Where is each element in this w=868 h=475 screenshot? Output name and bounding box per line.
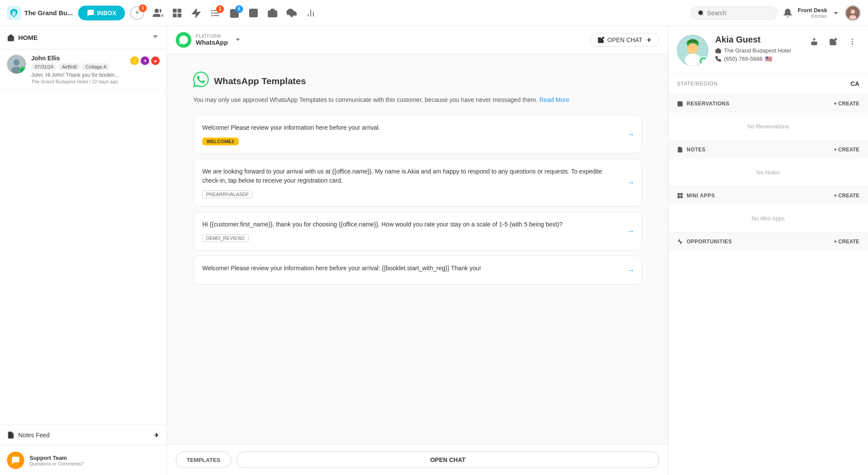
table-nav-icon[interactable] [248,8,259,18]
opportunities-create-button[interactable]: + CREATE [834,239,859,245]
tasks-nav-icon[interactable]: 1 [210,8,220,18]
template-card[interactable]: We are looking forward to your arrival w… [193,159,642,206]
sidebar: HOME [0,26,167,475]
app-logo: The Grand Bu... [7,6,73,20]
notes-feed[interactable]: Notes Feed [0,425,167,445]
template-card[interactable]: Hi {{customer.first_name}}, thank you fo… [193,212,642,250]
templates-header: WhatsApp Templates [193,72,642,90]
chat-body: WhatsApp Templates You may only use appr… [167,54,668,444]
search-box[interactable] [691,7,778,20]
notes-feed-label: Notes Feed [7,431,49,439]
user-role: Kitchen [811,13,827,19]
opportunities-icon [677,239,683,245]
bolt-nav-icon[interactable] [191,8,201,18]
contact-tag-date: 07/31/24 [31,63,57,70]
svg-point-1 [155,9,158,13]
reservations-section: RESERVATIONS + CREATE No Reservations [668,95,868,141]
more-options-button[interactable] [845,35,859,49]
svg-point-26 [849,15,856,20]
alert-action[interactable]: ● [151,56,160,65]
reservations-create-button[interactable]: + CREATE [834,101,859,107]
open-chat-button[interactable]: OPEN CHAT [590,33,659,47]
svg-rect-2 [173,9,176,12]
briefcase-nav-icon[interactable] [267,8,278,18]
svg-point-22 [698,10,703,15]
team-nav-icon[interactable] [153,8,163,18]
collapse-button[interactable] [151,32,160,43]
arrow-right-icon [645,36,652,43]
contact-tag-platform: AirBnB [59,63,80,70]
avatar[interactable] [845,5,861,21]
calendar-nav-icon[interactable]: 6 [229,8,240,18]
template-card[interactable]: Welcome! Please review your information … [193,256,642,285]
platform-dropdown[interactable] [234,36,242,45]
notes-feed-arrow [152,431,160,439]
user-name: Front Desk [798,7,827,13]
template-text: We are looking forward to your arrival w… [202,167,633,185]
notes-create-button[interactable]: + CREATE [834,147,859,153]
bell-icon[interactable] [783,8,792,18]
template-arrow-icon: → [627,178,635,187]
sidebar-home-title: HOME [7,34,38,42]
template-text: Hi {{customer.first_name}}, thank you fo… [202,220,633,229]
contact-tag-unit: Cottage A [82,63,110,70]
edit-profile-button[interactable] [826,35,840,49]
notes-section: NOTES + CREATE No Notes [668,141,868,187]
star-action[interactable]: ⭐ [130,56,139,65]
open-chat-tab-button[interactable]: OPEN CHAT [237,452,659,468]
phone-icon [715,56,721,62]
state-region-row: STATE/REGION CA [677,80,859,87]
templates-tab-button[interactable]: TEMPLATES [176,452,231,468]
template-arrow-icon: → [627,226,635,236]
download-nav-icon[interactable] [286,8,297,18]
support-team[interactable]: Support Team Questions or Comments? [0,445,167,475]
state-region-section: STATE/REGION CA [668,73,868,95]
svg-point-34 [687,43,698,54]
profile-avatar [677,35,708,66]
chart-nav-icon[interactable] [306,8,316,18]
chat-header: PLATFORM WhatsApp OPEN CHAT [167,26,668,54]
home-label: HOME [18,34,38,41]
templates-title: WhatsApp Templates [214,76,306,86]
notes-title: NOTES [677,147,706,153]
whatsapp-badge [19,67,26,74]
add-button[interactable]: + 1 [130,6,144,20]
reservations-empty: No Reservations [668,113,868,140]
svg-rect-13 [250,9,257,17]
sidebar-footer: Notes Feed Support Team Questions or Com… [0,425,167,475]
share-profile-button[interactable] [807,35,821,49]
profile-phone: (650) 769-5688 🇺🇸 [715,56,800,62]
svg-rect-46 [681,193,682,195]
contact-name: John Ellis [31,55,125,62]
mini-apps-empty: No Mini Apps [668,205,868,232]
svg-point-40 [852,44,853,45]
top-navigation: The Grand Bu... INBOX + 1 [0,0,868,26]
inbox-button[interactable]: INBOX [78,6,125,20]
mini-apps-create-button[interactable]: + CREATE [834,193,859,199]
dropdown-icon[interactable] [832,10,839,16]
profile-name: Akia Guest [715,35,800,45]
template-badge-outline: PREARRIVALASDF [202,190,253,198]
svg-point-25 [851,10,855,14]
templates-description: You may only use approved WhatsApp Templ… [193,95,642,105]
template-cards-container: Welcome! Please review your information … [193,115,642,285]
template-card[interactable]: Welcome! Please review your information … [193,115,642,154]
platform-name: WhatsApp [196,39,228,46]
conversations-badge: 1 [139,4,147,12]
tag-action[interactable]: ✦ [141,56,149,65]
contact-list-item[interactable]: John Ellis 07/31/24 AirBnB Cottage A Joh… [0,49,167,90]
read-more-link[interactable]: Read More [539,96,569,103]
right-panel: Akia Guest The Grand Budapest Hotel (650… [668,26,868,475]
whatsapp-logo [193,72,209,90]
sidebar-header: HOME [0,26,167,49]
search-input[interactable] [707,10,768,16]
grid-nav-icon[interactable] [172,8,182,18]
opportunities-section: OPPORTUNITIES + CREATE [668,233,868,251]
platform-info: PLATFORM WhatsApp [176,32,242,48]
notes-header: NOTES + CREATE [668,141,868,159]
reservations-header: RESERVATIONS + CREATE [668,95,868,113]
tasks-badge: 1 [216,5,224,13]
svg-point-35 [685,54,700,66]
main-content: HOME [0,26,868,475]
home-icon [7,34,15,42]
